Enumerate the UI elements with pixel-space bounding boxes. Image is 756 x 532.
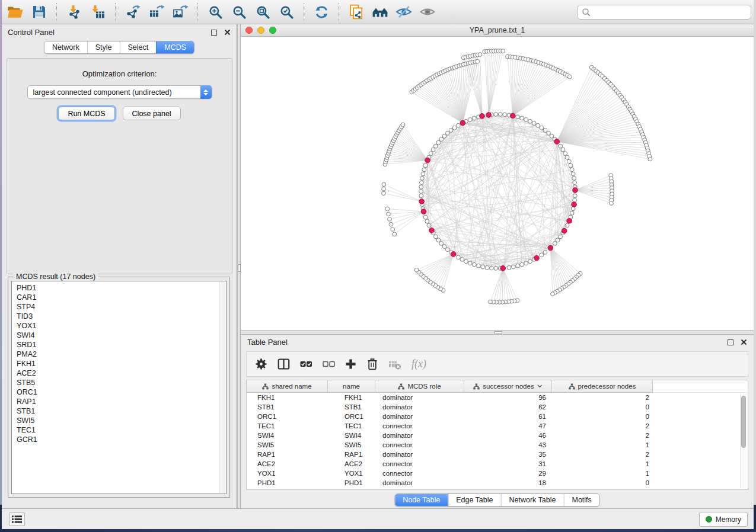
mcds-result-item[interactable]: YOX1 — [17, 321, 226, 331]
toolbar-separator — [339, 3, 339, 21]
refresh-layout-button[interactable] — [311, 2, 331, 22]
mcds-result-item[interactable]: CAR1 — [17, 293, 226, 302]
table-row[interactable]: SWI4SWI4dominator462 — [247, 431, 748, 440]
deselect-all-button[interactable] — [323, 359, 335, 369]
mcds-result-item[interactable]: PHD1 — [17, 283, 226, 293]
mcds-result-list[interactable]: PHD1CAR1STP4TID3YOX1SWI4SRD1PMA2FKH1ACE2… — [11, 281, 227, 494]
table-settings-button[interactable] — [255, 358, 267, 370]
table-cell: ACE2 — [328, 460, 375, 467]
select-all-button[interactable] — [300, 359, 312, 369]
mcds-result-item[interactable]: TID3 — [17, 312, 226, 321]
column-header-name[interactable]: name — [328, 380, 375, 393]
column-header-mcds-role[interactable]: MCDS role — [375, 380, 464, 393]
table-cell: STB1 — [328, 403, 375, 411]
node-table-header: shared name name MCDS role successor nod… — [247, 380, 748, 393]
run-mcds-button[interactable]: Run MCDS — [58, 107, 114, 120]
column-header-successor-nodes[interactable]: successor nodes — [464, 380, 552, 393]
network-view-titlebar[interactable]: YPA_prune.txt_1 — [241, 24, 754, 37]
criterion-select[interactable]: largest connected component (undirected) — [27, 85, 212, 99]
table-row[interactable]: ORC1ORC1dominator610 — [247, 412, 748, 421]
close-panel-button[interactable]: Close panel — [123, 107, 181, 120]
table-cell: 18 — [464, 479, 552, 486]
tab-mcds[interactable]: MCDS — [156, 41, 194, 53]
control-panel-title: Control Panel — [8, 28, 55, 37]
float-panel-icon[interactable] — [728, 339, 733, 345]
add-column-button[interactable] — [345, 358, 356, 370]
close-panel-icon[interactable] — [224, 29, 231, 36]
mcds-result-item[interactable]: SWI4 — [17, 331, 226, 340]
show-all-icon — [419, 5, 436, 19]
mcds-list-scrollbar[interactable] — [219, 282, 225, 493]
table-cell: ACE2 — [247, 460, 328, 467]
network-view-frame: YPA_prune.txt_1 — [241, 24, 754, 330]
binoculars-button[interactable] — [370, 2, 390, 22]
float-panel-icon[interactable] — [211, 30, 217, 36]
mcds-result-item[interactable]: STP4 — [17, 302, 226, 312]
mcds-result-item[interactable]: STB5 — [17, 378, 226, 387]
mcds-result-item[interactable]: ACE2 — [17, 368, 226, 378]
mcds-result-item[interactable]: GCR1 — [17, 435, 226, 444]
search-input[interactable] — [591, 5, 751, 19]
table-scrollbar-thumb[interactable] — [741, 396, 746, 448]
tab-edge-table[interactable]: Edge Table — [448, 494, 500, 506]
zoom-selected-button[interactable] — [276, 2, 296, 22]
table-scrollbar[interactable] — [740, 394, 747, 488]
table-cell: 0 — [552, 479, 653, 486]
mcds-result-item[interactable]: SWI5 — [17, 416, 226, 425]
delete-table-button[interactable] — [388, 359, 401, 370]
mcds-result-item[interactable]: SRD1 — [17, 340, 226, 350]
table-row[interactable]: RAP1RAP1dominator352 — [247, 450, 748, 459]
sort-descending-icon — [537, 384, 543, 388]
column-header-shared-name[interactable]: shared name — [247, 380, 328, 393]
tab-motifs[interactable]: Motifs — [563, 494, 599, 506]
show-columns-button[interactable] — [277, 358, 290, 370]
mcds-result-item[interactable]: ORC1 — [17, 387, 226, 397]
network-graph-svg[interactable] — [241, 37, 754, 330]
tab-node-table[interactable]: Node Table — [395, 494, 448, 506]
tab-style[interactable]: Style — [87, 41, 120, 53]
clone-network-button[interactable] — [346, 2, 366, 22]
table-cell: 35 — [464, 451, 552, 458]
export-network-button[interactable] — [123, 2, 143, 22]
export-table-button[interactable] — [146, 2, 167, 22]
hide-selected-icon — [395, 5, 412, 19]
export-image-button[interactable] — [170, 2, 190, 22]
memory-button[interactable]: Memory — [699, 512, 748, 527]
table-row[interactable]: PHD1PHD1dominator180 — [247, 478, 748, 488]
table-row[interactable]: STB1STB1dominator620 — [247, 402, 748, 412]
table-row[interactable]: TEC1TEC1connector472 — [247, 421, 748, 431]
close-panel-icon[interactable] — [741, 339, 747, 345]
open-file-button[interactable] — [5, 2, 25, 22]
mcds-result-item[interactable]: PMA2 — [17, 350, 226, 359]
optimization-criterion-label: Optimization criterion: — [7, 69, 232, 78]
mcds-result-item[interactable]: STB1 — [17, 406, 226, 416]
zoom-out-button[interactable] — [229, 2, 249, 22]
mcds-result-item[interactable]: FKH1 — [17, 359, 226, 368]
function-builder-button[interactable]: f(x) — [412, 358, 426, 370]
table-cell: 46 — [464, 432, 552, 439]
mcds-result-item[interactable]: RAP1 — [17, 397, 226, 406]
tab-network[interactable]: Network — [44, 41, 87, 53]
zoom-in-button[interactable] — [205, 2, 225, 22]
save-session-button[interactable] — [29, 2, 49, 22]
show-all-button[interactable] — [417, 2, 438, 22]
mcds-result-item[interactable]: TEC1 — [17, 425, 226, 435]
table-row[interactable]: YOX1YOX1connector291 — [247, 469, 748, 478]
task-history-button[interactable] — [9, 512, 25, 526]
network-canvas[interactable] — [241, 37, 754, 330]
hide-selected-button[interactable] — [394, 2, 414, 22]
import-table-button[interactable] — [88, 2, 108, 22]
tab-select[interactable]: Select — [120, 41, 157, 53]
table-cell: TEC1 — [247, 422, 328, 430]
zoom-fit-button[interactable] — [253, 2, 273, 22]
table-row[interactable]: ACE2ACE2connector311 — [247, 459, 748, 469]
splitter-handle[interactable] — [495, 331, 502, 334]
import-network-button[interactable] — [64, 2, 84, 22]
column-header-predecessor-nodes[interactable]: predecessor nodes — [552, 380, 653, 393]
table-row[interactable]: SWI5SWI5connector431 — [247, 440, 748, 450]
tab-network-table[interactable]: Network Table — [501, 494, 564, 506]
horizontal-splitter[interactable] — [241, 330, 754, 335]
export-image-icon — [172, 5, 189, 19]
delete-column-button[interactable] — [366, 358, 378, 370]
table-row[interactable]: FKH1FKH1dominator962 — [247, 393, 748, 402]
